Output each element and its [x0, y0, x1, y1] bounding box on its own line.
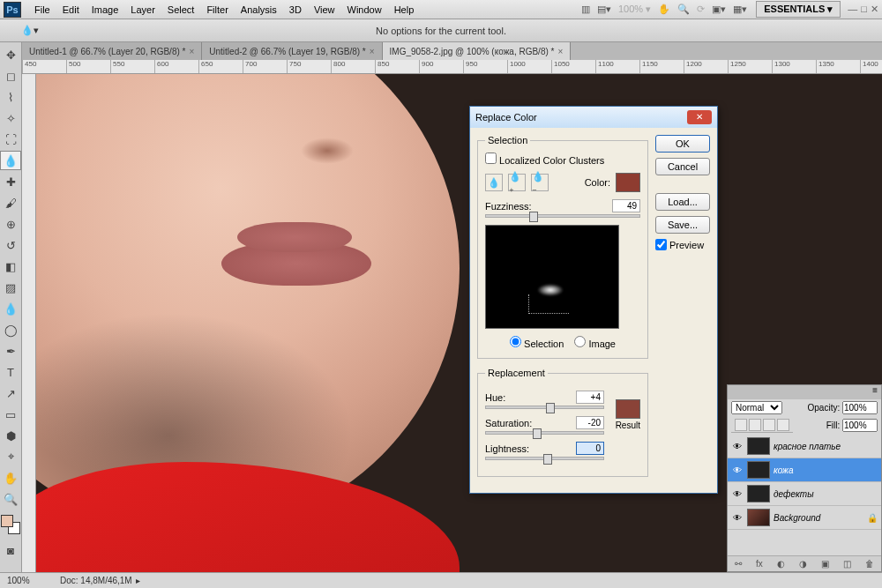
hand-icon[interactable]: ✋ [658, 4, 670, 15]
dialog-titlebar[interactable]: Replace Color ✕ [470, 107, 717, 128]
menu-edit[interactable]: Edit [56, 4, 86, 15]
zoom-icon[interactable]: 🔍 [677, 4, 690, 15]
dodge-tool[interactable]: ◯ [0, 320, 21, 339]
rotate-icon[interactable]: ⟳ [697, 4, 705, 15]
heal-tool[interactable]: ✚ [0, 172, 21, 191]
type-tool[interactable]: T [0, 362, 21, 382]
visibility-icon[interactable]: 👁 [731, 442, 744, 451]
close-icon[interactable]: × [370, 47, 375, 56]
hand-tool[interactable]: ✋ [0, 468, 21, 488]
doc-tab-1[interactable]: Untitled-1 @ 66.7% (Layer 20, RGB/8) *× [22, 42, 202, 60]
load-button[interactable]: Load... [655, 193, 710, 211]
minimize-icon[interactable]: — [848, 4, 857, 15]
lock-icon: 🔒 [867, 513, 878, 523]
preview-checkbox[interactable]: Preview [655, 239, 710, 250]
eyedropper-tool[interactable]: 💧 [0, 151, 21, 170]
path-tool[interactable]: ↗ [0, 383, 21, 403]
link-layers-icon[interactable]: ⚯ [735, 559, 742, 569]
menu-filter[interactable]: Filter [200, 4, 234, 15]
lock-transparency-icon[interactable] [735, 419, 747, 431]
lasso-tool[interactable]: ⌇ [0, 87, 21, 107]
wand-tool[interactable]: ✧ [0, 108, 21, 128]
brush-tool[interactable]: 🖌 [0, 193, 21, 212]
menu-image[interactable]: Image [86, 4, 125, 15]
lock-position-icon[interactable] [763, 419, 775, 431]
menu-window[interactable]: Window [341, 4, 388, 15]
crop-tool[interactable]: ⛶ [0, 130, 21, 149]
hue-slider[interactable] [485, 406, 604, 409]
lock-pixels-icon[interactable] [749, 419, 761, 431]
lightness-input[interactable]: 0 [576, 442, 604, 455]
close-icon[interactable]: × [557, 47, 563, 56]
eyedropper-icon[interactable]: 💧 [485, 174, 503, 191]
lock-all-icon[interactable] [777, 419, 789, 431]
doc-tab-2[interactable]: Untitled-2 @ 66.7% (Layer 19, RGB/8) *× [202, 42, 382, 60]
arrange-icon[interactable]: ▤▾ [597, 4, 611, 15]
fuzziness-slider[interactable] [485, 214, 640, 218]
result-swatch[interactable] [616, 399, 640, 419]
3d-camera-tool[interactable]: ⌖ [0, 447, 21, 466]
visibility-icon[interactable]: 👁 [731, 513, 744, 523]
extras-icon[interactable]: ▦▾ [733, 4, 747, 15]
group-icon[interactable]: ▣ [821, 559, 829, 569]
eraser-tool[interactable]: ◧ [0, 257, 21, 276]
ok-button[interactable]: OK [655, 135, 710, 153]
layer-row[interactable]: 👁Background🔒 [728, 506, 881, 530]
blend-mode-select[interactable]: Normal [731, 401, 782, 414]
fuzziness-input[interactable]: 49 [612, 199, 640, 212]
delete-icon[interactable]: 🗑 [865, 559, 874, 569]
screen-mode-icon[interactable]: ▣▾ [712, 4, 726, 15]
localized-clusters-checkbox[interactable]: Localized Color Clusters [485, 155, 604, 166]
blur-tool[interactable]: 💧 [0, 299, 21, 318]
close-app-icon[interactable]: ✕ [871, 4, 878, 15]
color-wells[interactable] [1, 515, 20, 534]
history-brush-tool[interactable]: ↺ [0, 235, 21, 255]
mask-icon[interactable]: ◐ [777, 559, 785, 569]
radio-selection[interactable]: Selection [510, 336, 564, 349]
visibility-icon[interactable]: 👁 [731, 465, 744, 475]
radio-image[interactable]: Image [574, 336, 616, 349]
hue-input[interactable]: +4 [576, 391, 604, 404]
panel-menu-icon[interactable]: ≡ [872, 385, 878, 399]
maximize-icon[interactable]: □ [861, 4, 867, 15]
marquee-tool[interactable]: ◻ [0, 66, 21, 86]
gradient-tool[interactable]: ▨ [0, 278, 21, 297]
fx-icon[interactable]: fx [756, 559, 763, 569]
menu-file[interactable]: File [28, 4, 56, 15]
close-icon[interactable]: × [189, 47, 194, 56]
3d-tool[interactable]: ⬢ [0, 426, 21, 445]
saturation-input[interactable]: -20 [576, 416, 604, 429]
menu-help[interactable]: Help [388, 4, 421, 15]
cancel-button[interactable]: Cancel [655, 158, 710, 175]
zoom-level[interactable]: 100% [7, 576, 60, 585]
layer-row[interactable]: 👁дефекты [728, 482, 881, 506]
menu-view[interactable]: View [308, 4, 341, 15]
stamp-tool[interactable]: ⊕ [0, 214, 21, 234]
layer-row[interactable]: 👁кожа [728, 458, 881, 482]
color-swatch[interactable] [616, 173, 640, 192]
menu-analysis[interactable]: Analysis [235, 4, 283, 15]
eyedropper-add-icon[interactable]: 💧₊ [508, 174, 526, 191]
pen-tool[interactable]: ✒ [0, 341, 21, 361]
save-button[interactable]: Save... [655, 216, 710, 234]
opacity-input[interactable] [842, 401, 878, 414]
saturation-slider[interactable] [485, 431, 604, 435]
menu-3d[interactable]: 3D [283, 4, 308, 15]
doc-tab-3[interactable]: IMG_9058-2.jpg @ 100% (кожа, RGB/8) *× [383, 42, 572, 60]
adjustment-icon[interactable]: ◑ [799, 559, 807, 569]
fill-input[interactable] [842, 419, 878, 432]
dialog-close-icon[interactable]: ✕ [687, 110, 712, 124]
lightness-slider[interactable] [485, 457, 604, 460]
menu-select[interactable]: Select [161, 4, 201, 15]
quickmask-tool[interactable]: ◙ [0, 540, 21, 560]
bridge-icon[interactable]: ▥ [581, 4, 590, 15]
layer-row[interactable]: 👁красное платье [728, 435, 881, 458]
move-tool[interactable]: ✥ [0, 45, 21, 64]
menu-layer[interactable]: Layer [124, 4, 161, 15]
visibility-icon[interactable]: 👁 [731, 489, 744, 499]
eyedropper-sub-icon[interactable]: 💧₋ [531, 174, 549, 191]
new-layer-icon[interactable]: ◫ [843, 559, 851, 569]
workspace-switcher[interactable]: ESSENTIALS ▾ [756, 1, 841, 18]
zoom-tool[interactable]: 🔍 [0, 489, 21, 509]
shape-tool[interactable]: ▭ [0, 405, 21, 424]
